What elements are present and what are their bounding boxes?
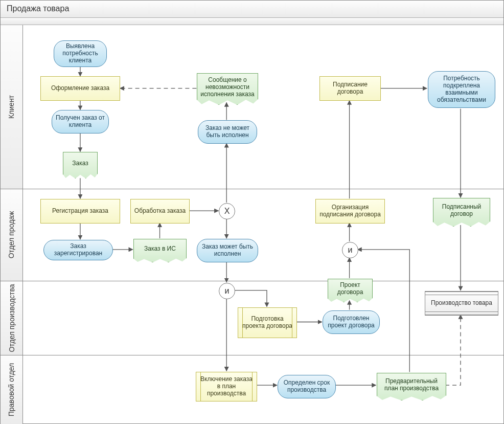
- sub-bar: [1, 18, 503, 25]
- activity-order-form: Оформление заказа: [40, 76, 120, 101]
- activity-register-order: Регистрация заказа: [40, 199, 120, 224]
- gateway-xor: X: [219, 203, 235, 219]
- event-order-registered: Заказ зарегистрирован: [43, 240, 113, 260]
- doc-contract-draft: Проект договора: [328, 279, 373, 302]
- lane-label-production: Отдел производства: [1, 281, 23, 355]
- diagram-canvas: Выявлена потребность клиента Оформление …: [23, 25, 503, 423]
- gateway-and-2: и: [342, 242, 358, 258]
- process-production: Производство товара: [425, 291, 498, 316]
- doc-order: Заказ: [63, 152, 98, 178]
- event-order-received: Получен заказ от клиента: [52, 110, 109, 133]
- activity-include-in-plan: Включение заказа в план производства: [196, 372, 257, 401]
- diagram-frame: Продажа товара Клиент Отдел продаж Отдел…: [0, 0, 504, 424]
- doc-order-in-is: Заказ в ИС: [133, 239, 187, 262]
- lane-label-legal: Правовой отдел: [1, 355, 23, 424]
- doc-msg-impossible: Сообщение о невозможности исполнения зак…: [197, 73, 258, 105]
- event-need-identified: Выявлена потребность клиента: [54, 40, 107, 67]
- activity-process-order: Обработка заказа: [130, 199, 190, 224]
- diagram-title: Продажа товара: [1, 1, 503, 18]
- event-draft-prepared: Подготовлен проект договора: [323, 310, 380, 334]
- swimlanes: Клиент Отдел продаж Отдел производства П…: [1, 25, 503, 423]
- event-cannot-execute: Заказ не может быть исполнен: [198, 120, 257, 144]
- doc-pre-plan: Предварительный план производства: [377, 373, 446, 400]
- event-term-set: Определен срок производства: [278, 375, 336, 398]
- title-text: Продажа товара: [7, 4, 69, 13]
- lane-label-sales: Отдел продаж: [1, 189, 23, 281]
- doc-signed-contract: Подписанный договор: [433, 198, 490, 227]
- event-can-execute: Заказ может быть исполнен: [197, 239, 258, 262]
- activity-prepare-draft: Подготовка проекта договора: [238, 307, 297, 338]
- lane-label-client: Клиент: [1, 25, 23, 189]
- event-need-confirmed: Потребность подкреплена взаимными обязат…: [428, 71, 495, 108]
- activity-organize-signing: Организация подписания договора: [315, 199, 385, 224]
- activity-sign-contract: Подписание договора: [319, 76, 381, 101]
- gateway-and-1: и: [219, 283, 235, 299]
